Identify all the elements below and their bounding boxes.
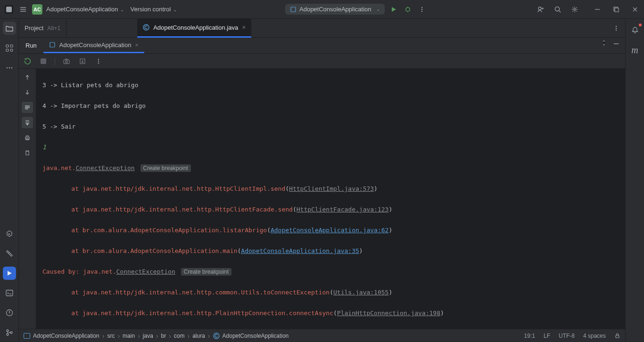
project-tool-header[interactable]: Project Alt+1 [19, 19, 66, 38]
run-configuration-dropdown[interactable]: AdopetConsoleApplication ⌄ [285, 4, 385, 15]
rerun-button[interactable] [23, 57, 32, 66]
soft-wrap-icon[interactable] [22, 102, 33, 113]
svg-rect-32 [64, 60, 69, 64]
svg-point-9 [574, 8, 576, 10]
breadcrumb-item[interactable]: br [161, 333, 166, 339]
kebab-menu[interactable] [94, 57, 103, 66]
create-breakpoint-badge[interactable]: Create breakpoint [140, 164, 191, 172]
problems-tool-button[interactable] [3, 306, 16, 319]
run-button[interactable] [388, 4, 399, 15]
more-run-actions[interactable] [417, 4, 427, 15]
notification-dot [639, 24, 642, 26]
src-link[interactable]: HttpClientFacade.java:123 [297, 206, 389, 213]
export-icon[interactable] [78, 57, 87, 66]
cube-icon [49, 41, 56, 48]
svg-point-3 [406, 8, 410, 11]
scroll-down-icon[interactable] [22, 87, 33, 98]
structure-tool-button[interactable] [3, 41, 16, 55]
breadcrumb-bar: AdopetConsoleApplication › src › main › … [19, 329, 625, 342]
svg-rect-11 [615, 8, 619, 12]
hamburger-menu-icon[interactable] [18, 4, 28, 15]
breadcrumb-item[interactable]: alura [192, 333, 205, 339]
project-name-dropdown[interactable]: AdopetConsoleApplication⌄ [46, 6, 124, 13]
clear-icon[interactable] [22, 147, 33, 158]
run-panel-menu[interactable] [599, 38, 609, 48]
chevron-icon: › [188, 332, 190, 340]
create-breakpoint-badge[interactable]: Create breakpoint [181, 268, 231, 276]
recent-files-button[interactable] [611, 23, 621, 33]
svg-rect-19 [6, 290, 13, 296]
file-encoding[interactable]: UTF-8 [559, 333, 575, 339]
exception-link[interactable]: ConnectException [116, 268, 175, 275]
breadcrumb-item[interactable]: AdopetConsoleApplication [33, 333, 99, 339]
breadcrumb-item[interactable]: src [107, 333, 115, 339]
more-tools-button[interactable] [3, 61, 16, 74]
settings-icon[interactable] [570, 4, 580, 15]
src-link[interactable]: AdopetConsoleApplication.java:62 [271, 227, 388, 234]
console-output[interactable]: 3 -> Listar pets do abrigo 4 -> Importar… [36, 69, 625, 329]
svg-point-15 [10, 49, 13, 51]
debug-button[interactable] [403, 4, 413, 15]
chevron-down-icon: ⌄ [173, 7, 177, 12]
src-link[interactable]: HttpClientImpl.java:573 [289, 185, 374, 192]
svg-rect-12 [6, 45, 8, 47]
stop-button[interactable] [39, 57, 48, 66]
project-label: Project [25, 24, 43, 32]
breadcrumb-item[interactable]: main [123, 333, 135, 339]
run-toolbar [19, 54, 625, 69]
breadcrumb-item[interactable]: java [143, 333, 153, 339]
build-tool-button[interactable] [3, 247, 16, 260]
services-tool-button[interactable] [3, 227, 16, 240]
editor-tab[interactable]: AdopetConsoleApplication.java × [137, 19, 251, 38]
stack-line: at java.net.http/jdk.internal.net.http.H… [42, 184, 619, 194]
hide-run-panel[interactable] [611, 38, 621, 48]
vcs-tool-button[interactable] [3, 326, 16, 339]
chevron-down-icon: ⌄ [376, 7, 380, 12]
close-run-tab-icon[interactable]: × [135, 41, 139, 49]
exception-link[interactable]: ConnectException [75, 164, 134, 171]
svg-point-35 [98, 58, 99, 59]
src-link[interactable]: PlainHttpConnection.java:198 [337, 309, 440, 317]
svg-point-8 [555, 7, 560, 11]
line-separator[interactable]: LF [544, 333, 550, 339]
run-config-label: AdopetConsoleApplication [299, 6, 372, 13]
close-window[interactable] [630, 4, 640, 15]
svg-point-22 [7, 334, 8, 335]
svg-point-37 [98, 62, 99, 63]
svg-point-30 [603, 42, 604, 43]
chevron-down-icon: ⌄ [120, 7, 124, 12]
chevron-icon: › [208, 332, 210, 340]
stack-line: at br.com.alura.AdopetConsoleApplication… [42, 246, 619, 256]
breadcrumb-item[interactable]: com [174, 333, 185, 339]
camera-icon[interactable] [62, 57, 71, 66]
close-tab-icon[interactable]: × [242, 24, 246, 31]
search-icon[interactable] [553, 4, 563, 15]
maven-tool-button[interactable]: m [628, 43, 642, 57]
svg-rect-40 [616, 335, 619, 338]
collab-icon[interactable] [536, 4, 546, 15]
run-config-tab[interactable]: AdopetConsoleApplication × [43, 38, 144, 53]
scroll-up-icon[interactable] [22, 72, 33, 83]
svg-point-16 [6, 67, 8, 69]
readonly-lock-icon[interactable] [614, 333, 620, 339]
svg-point-17 [8, 67, 10, 69]
maximize-window[interactable] [611, 4, 621, 15]
version-control-dropdown[interactable]: Version control⌄ [131, 6, 177, 13]
breadcrumb-item[interactable]: AdopetConsoleApplication [223, 333, 289, 339]
project-shortcut-label: Alt+1 [47, 25, 60, 32]
minimize-window[interactable] [592, 4, 603, 15]
indent-info[interactable]: 4 spaces [583, 333, 606, 339]
caused-by-line: Caused by: java.net.ConnectException Cre… [42, 267, 619, 277]
run-tool-button[interactable] [3, 267, 16, 280]
terminal-tool-button[interactable] [3, 286, 16, 300]
cursor-position[interactable]: 19:1 [524, 333, 535, 339]
scroll-to-end-icon[interactable] [22, 117, 33, 128]
project-tool-button[interactable] [3, 22, 16, 35]
src-link[interactable]: Utils.java:1055 [333, 289, 388, 296]
svg-point-18 [11, 67, 12, 69]
svg-point-21 [7, 330, 8, 332]
notifications-button[interactable] [628, 24, 642, 37]
print-icon[interactable] [22, 132, 33, 143]
chevron-icon: › [138, 332, 140, 340]
src-link[interactable]: AdopetConsoleApplication.java:35 [241, 247, 359, 254]
